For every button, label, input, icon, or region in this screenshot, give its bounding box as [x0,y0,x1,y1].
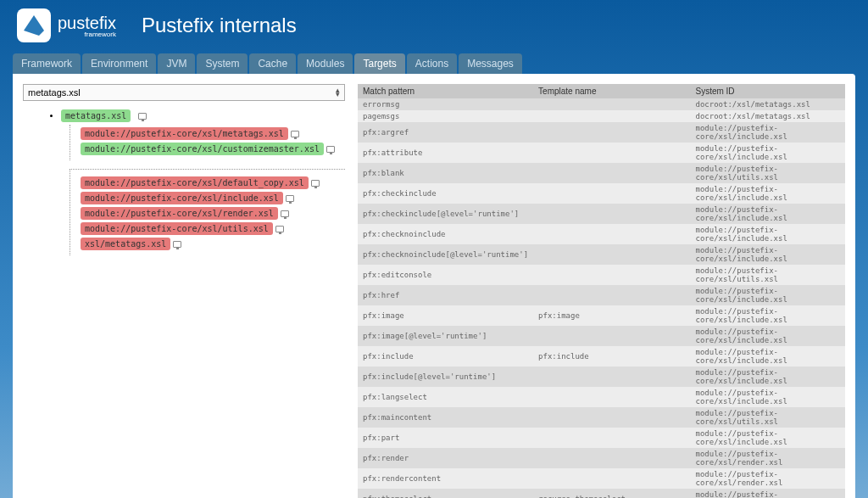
table-cell: pfx:include [358,346,533,367]
tree-node[interactable]: xsl/metatags.xsl [81,238,170,250]
column-header: Template name [533,84,690,98]
table-row: pfx:partmodule://pustefix-core/xsl/inclu… [358,428,845,448]
table-cell: module://pustefix-core/xsl/render.xsl [690,448,845,468]
table-cell: pfx:checknoinclude [358,224,533,244]
nav-tabs: FrameworkEnvironmentJVMSystemCacheModule… [0,53,868,74]
filter-icon[interactable] [311,180,320,187]
table-cell: pfx:render [358,448,533,468]
tree-node[interactable]: module://pustefix-core/xsl/include.xsl [81,192,283,204]
table-cell: errormsg [358,98,533,110]
filter-icon[interactable] [326,146,335,153]
table-cell: module://pustefix-core/xsl/include.xsl [690,224,845,244]
filter-icon[interactable] [281,210,289,217]
table-cell [533,326,690,346]
table-cell [533,367,690,387]
table-row: pfx:checkincludemodule://pustefix-core/x… [358,183,845,204]
table-cell: docroot:/xsl/metatags.xsl [690,110,845,122]
table-cell: module://pustefix-core/xsl/include.xsl [690,122,845,143]
right-panel: Match patternTemplate nameSystem ID erro… [358,84,845,498]
table-cell: pfx:attribute [358,143,533,163]
table-cell: module://pustefix-core/xsl/include.xsl [690,387,845,407]
table-row: pfx:checkinclude[@level='runtime']module… [358,204,845,224]
table-cell [533,224,690,244]
table-row: pfx:langselectmodule://pustefix-core/xsl… [358,387,845,407]
table-cell: pfx:themeselect [358,489,533,498]
table-cell: module://pustefix-core/xsl/include.xsl [690,489,845,498]
table-cell: module://pustefix-core/xsl/include.xsl [690,367,845,387]
table-cell: pfx:argref [358,122,533,143]
tab-messages[interactable]: Messages [459,53,522,74]
tree-group-1: module://pustefix-core/xsl/metatags.xslm… [70,125,345,160]
page-title: Pustefix internals [142,14,297,37]
table-cell [533,204,690,224]
table-row: pfx:checknoinclude[@level='runtime']modu… [358,244,845,265]
table-cell [533,468,690,489]
table-row: pagemsgsdocroot:/xsl/metatags.xsl [358,110,845,122]
table-row: pfx:hrefmodule://pustefix-core/xsl/inclu… [358,285,845,305]
templates-table: Match patternTemplate nameSystem ID erro… [358,84,845,498]
tree-group-2: module://pustefix-core/xsl/default_copy.… [70,169,345,255]
table-cell: pfx:href [358,285,533,305]
table-row: errormsgdocroot:/xsl/metatags.xsl [358,98,845,110]
table-row: pfx:argrefmodule://pustefix-core/xsl/inc… [358,122,845,143]
tab-cache[interactable]: Cache [249,53,296,74]
table-cell [533,448,690,468]
table-cell: pfx:image[@level='runtime'] [358,326,533,346]
table-row: pfx:blankmodule://pustefix-core/xsl/util… [358,163,845,183]
tree-node[interactable]: module://pustefix-core/xsl/render.xsl [81,207,278,220]
logo-icon [17,8,51,42]
tree-node[interactable]: module://pustefix-core/xsl/metatags.xsl [81,127,288,140]
selector-value: metatags.xsl [28,87,81,98]
select-arrows-icon: ▴▾ [336,88,340,97]
table-row: pfx:rendermodule://pustefix-core/xsl/ren… [358,448,845,468]
table-cell: pfx:rendercontent [358,468,533,489]
filter-icon[interactable] [291,131,299,137]
table-cell: pfx:blank [358,163,533,183]
table-cell: module://pustefix-core/xsl/include.xsl [690,244,845,265]
table-cell: pfx:checkinclude [358,183,533,204]
table-row: pfx:imagepfx:imagemodule://pustefix-core… [358,305,845,326]
main-content: metatags.xsl ▴▾ metatags.xsl module://pu… [13,74,855,498]
tab-system[interactable]: System [197,53,248,74]
table-cell: module://pustefix-core/xsl/utils.xsl [690,265,845,285]
table-row: pfx:attributemodule://pustefix-core/xsl/… [358,143,845,163]
column-header: Match pattern [358,84,533,98]
table-cell: pfx:langselect [358,387,533,407]
filter-icon[interactable] [286,195,294,202]
table-cell [533,387,690,407]
brand-logo: pustefix framework [17,8,116,42]
left-panel: metatags.xsl ▴▾ metatags.xsl module://pu… [23,84,345,498]
tree-node[interactable]: module://pustefix-core/xsl/default_copy.… [81,176,309,189]
table-cell [533,428,690,448]
tab-jvm[interactable]: JVM [158,53,195,74]
table-cell: module://pustefix-core/xsl/include.xsl [690,183,845,204]
table-cell: module://pustefix-core/xsl/render.xsl [690,468,845,489]
table-cell: pfx:checknoinclude[@level='runtime'] [358,244,533,265]
table-row: pfx:maincontentmodule://pustefix-core/xs… [358,407,845,428]
tree-root-node[interactable]: metatags.xsl [61,109,131,122]
target-selector[interactable]: metatags.xsl ▴▾ [23,84,345,101]
table-cell: module://pustefix-core/xsl/utils.xsl [690,163,845,183]
page-header: pustefix framework Pustefix internals [0,0,868,47]
tree-node[interactable]: module://pustefix-core/xsl/utils.xsl [81,222,273,235]
tab-framework[interactable]: Framework [13,53,81,74]
filter-icon[interactable] [275,226,284,232]
table-cell: pfx:image [533,305,690,326]
table-cell: module://pustefix-core/xsl/include.xsl [690,285,845,305]
table-cell: module://pustefix-core/xsl/utils.xsl [690,407,845,428]
table-cell: pagemsgs [358,110,533,122]
tab-actions[interactable]: Actions [407,53,457,74]
table-cell: pfx:include [533,346,690,367]
table-cell [533,98,690,110]
tab-environment[interactable]: Environment [82,53,156,74]
tab-targets[interactable]: Targets [354,53,404,74]
table-cell: module://pustefix-core/xsl/include.xsl [690,346,845,367]
filter-icon[interactable] [138,113,147,120]
table-row: pfx:checknoincludemodule://pustefix-core… [358,224,845,244]
table-row: pfx:image[@level='runtime']module://pust… [358,326,845,346]
tree-node[interactable]: module://pustefix-core/xsl/customizemast… [81,143,324,155]
tab-modules[interactable]: Modules [298,53,353,74]
table-cell: module://pustefix-core/xsl/include.xsl [690,204,845,224]
filter-icon[interactable] [173,241,181,248]
table-cell: recurse_themeselect [533,489,690,498]
